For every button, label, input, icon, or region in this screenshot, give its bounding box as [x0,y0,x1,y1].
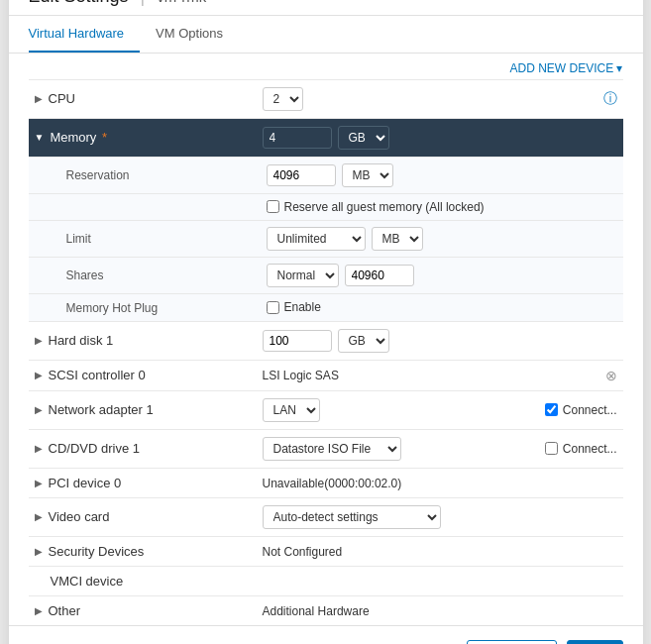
cd-dvd-select[interactable]: Datastore ISO File [263,437,401,461]
network-adapter-select[interactable]: LAN [263,398,320,422]
dialog-header: Edit Settings | vm-rmk × [9,0,643,16]
hot-plug-checkbox-label[interactable]: Enable [267,300,613,314]
hard-disk-label: Hard disk 1 [49,333,114,348]
add-new-device-button[interactable]: ADD NEW DEVICE ▾ [29,54,623,79]
table-row-reservation: Reservation MBGB [29,157,623,193]
video-card-label: Video card [49,509,110,524]
tab-virtual-hardware[interactable]: Virtual Hardware [29,16,141,53]
content-area: ADD NEW DEVICE ▾ ▶ CPU 2148 [9,54,643,625]
table-row-memory: ▼ Memory * GBMB [29,118,623,157]
reserve-all-label[interactable]: Reserve all guest memory (All locked) [267,200,613,214]
cd-connect-checkbox[interactable] [545,442,558,455]
cancel-button[interactable]: CANCEL [467,640,557,645]
vm-name: vm-rmk [157,0,206,5]
network-adapter-label: Network adapter 1 [49,402,154,417]
table-row-other: ▶ Other Additional Hardware [29,595,623,625]
limit-label: Limit [39,232,91,246]
cpu-label: CPU [49,91,75,106]
close-button[interactable]: × [597,0,623,7]
shares-input[interactable] [345,265,414,286]
cd-dvd-label: CD/DVD drive 1 [49,441,140,456]
hard-disk-unit-select[interactable]: GBMB [338,329,389,353]
expand-cpu-icon[interactable]: ▶ [35,93,43,104]
table-row: ▶ CPU 2148 ⓘ [29,79,623,118]
hardware-table: ▶ CPU 2148 ⓘ [29,79,623,625]
expand-video-icon[interactable]: ▶ [35,511,43,522]
cpu-value-select[interactable]: 2148 [263,87,303,111]
limit-value-select[interactable]: Unlimited [267,227,366,251]
reservation-label: Reservation [39,168,130,182]
scsi-delete-icon[interactable]: ⊗ [605,368,617,383]
table-row-video-card: ▶ Video card Auto-detect settings [29,497,623,536]
title-separator: | [141,0,146,7]
expand-scsi-icon[interactable]: ▶ [35,370,43,380]
security-label: Security Devices [49,544,145,559]
limit-unit-select[interactable]: MBGB [372,227,423,251]
hard-disk-value-input[interactable] [263,330,332,352]
network-connect-checkbox[interactable] [545,403,558,416]
expand-hard-disk-icon[interactable]: ▶ [35,335,43,346]
dialog-title: Edit Settings [29,0,129,7]
table-row-hot-plug: Memory Hot Plug Enable [29,293,623,321]
hot-plug-checkbox[interactable] [267,301,279,314]
hot-plug-label: Memory Hot Plug [39,301,159,315]
table-row-vmci: VMCI device [29,566,623,595]
reserve-all-checkbox[interactable] [267,200,279,213]
other-value: Additional Hardware [263,604,370,618]
pci-value: Unavailable(0000:00:02.0) [263,477,402,490]
reservation-value-input[interactable] [267,164,336,186]
dialog-footer: CANCEL OK [9,625,643,645]
memory-unit-select[interactable]: GBMB [338,126,389,150]
expand-other-icon[interactable]: ▶ [35,605,43,616]
security-value: Not Configured [263,545,343,559]
vmci-label: VMCI device [51,574,124,589]
table-row-cd-dvd: ▶ CD/DVD drive 1 Datastore ISO File Conn… [29,429,623,468]
cpu-info-icon[interactable]: ⓘ [603,90,617,106]
memory-value-input[interactable] [263,127,332,149]
memory-label: Memory * [50,130,107,145]
tab-bar: Virtual Hardware VM Options [9,16,643,54]
scsi-label: SCSI controller 0 [49,368,146,382]
table-row-hard-disk: ▶ Hard disk 1 GBMB [29,321,623,360]
scsi-value: LSI Logic SAS [263,369,339,382]
expand-cd-icon[interactable]: ▶ [35,443,43,454]
table-row-scsi: ▶ SCSI controller 0 LSI Logic SAS ⊗ [29,360,623,390]
shares-value-select[interactable]: NormalLowHigh [267,264,339,287]
expand-memory-icon[interactable]: ▼ [35,132,45,143]
cd-connect-label[interactable]: Connect... [545,442,617,456]
table-row-pci: ▶ PCI device 0 Unavailable(0000:00:02.0) [29,468,623,497]
table-row-security: ▶ Security Devices Not Configured [29,536,623,566]
other-label: Other [49,603,81,618]
edit-settings-dialog: Edit Settings | vm-rmk × Virtual Hardwar… [9,0,643,644]
table-row-reserve-all: Reserve all guest memory (All locked) [29,193,623,220]
ok-button[interactable]: OK [567,640,623,645]
network-connect-label[interactable]: Connect... [545,403,617,417]
table-row-shares: Shares NormalLowHigh [29,257,623,293]
reservation-unit-select[interactable]: MBGB [342,163,393,187]
shares-label: Shares [39,268,104,282]
tab-vm-options[interactable]: VM Options [156,16,239,53]
table-row-network-adapter: ▶ Network adapter 1 LAN Connect... [29,390,623,429]
pci-label: PCI device 0 [49,476,122,490]
expand-security-icon[interactable]: ▶ [35,546,43,557]
video-card-select[interactable]: Auto-detect settings [263,505,441,529]
expand-network-icon[interactable]: ▶ [35,404,43,415]
table-row-limit: Limit Unlimited MBGB [29,220,623,257]
expand-pci-icon[interactable]: ▶ [35,478,43,488]
